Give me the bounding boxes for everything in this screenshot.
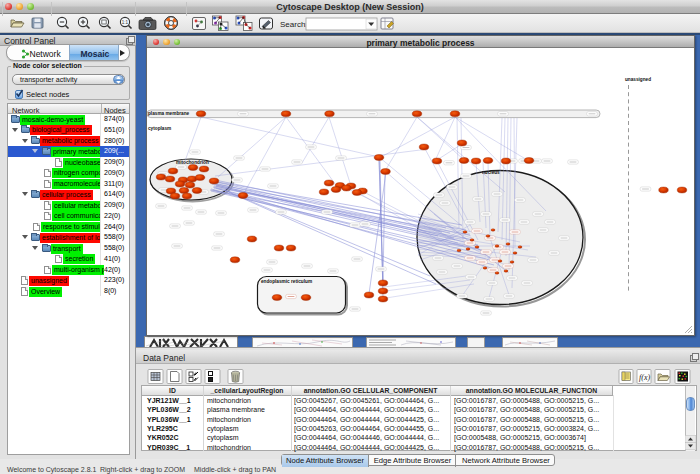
svg-text:f(x): f(x) xyxy=(639,373,650,382)
svg-text:cytoplasm: cytoplasm xyxy=(148,126,171,131)
svg-text:nucleus: nucleus xyxy=(482,170,500,175)
svg-text:plasma membrane: plasma membrane xyxy=(148,111,190,116)
svg-text:endoplasmic reticulum: endoplasmic reticulum xyxy=(261,279,312,284)
svg-text:Search:: Search: xyxy=(280,20,308,29)
svg-text:1:1: 1:1 xyxy=(122,20,129,25)
svg-text:unassigned: unassigned xyxy=(625,77,651,82)
svg-text:mitochondrion: mitochondrion xyxy=(176,160,209,165)
